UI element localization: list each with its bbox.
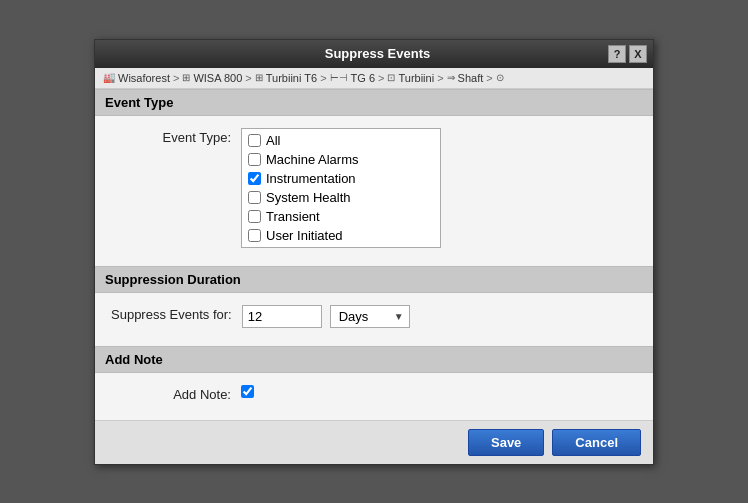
- checkbox-transient[interactable]: [248, 210, 261, 223]
- turbiini-icon: ⊡: [387, 72, 395, 83]
- add-note-row: Add Note:: [111, 385, 637, 402]
- option-system-health: System Health: [248, 189, 434, 206]
- option-transient-label: Transient: [266, 209, 320, 224]
- option-system-health-label: System Health: [266, 190, 351, 205]
- bc-turbiini: Turbiini: [398, 72, 434, 84]
- suppress-label: Suppress Events for:: [111, 305, 242, 322]
- turbiini-t6-icon: ⊞: [255, 72, 263, 83]
- option-transient: Transient: [248, 208, 434, 225]
- option-machine-alarms: Machine Alarms: [248, 151, 434, 168]
- event-type-label: Event Type:: [111, 128, 241, 145]
- checkbox-machine-alarms[interactable]: [248, 153, 261, 166]
- event-type-checkbox-list: All Machine Alarms Instrumentation Syste…: [241, 128, 441, 248]
- suppression-row: Suppress Events for: Days Hours Minutes: [111, 305, 637, 328]
- option-all: All: [248, 132, 434, 149]
- bc-shaft: Shaft: [458, 72, 484, 84]
- close-button[interactable]: X: [629, 45, 647, 63]
- checkbox-system-health[interactable]: [248, 191, 261, 204]
- add-note-header: Add Note: [95, 346, 653, 373]
- bc-wisaforest: Wisaforest: [118, 72, 170, 84]
- checkbox-instrumentation[interactable]: [248, 172, 261, 185]
- bc-tg6: TG 6: [351, 72, 375, 84]
- breadcrumb: 🏭 Wisaforest > ⊞ WISA 800 > ⊞ Turbiini T…: [95, 68, 653, 89]
- suppress-events-dialog: Suppress Events ? X 🏭 Wisaforest > ⊞ WIS…: [94, 39, 654, 465]
- checkbox-user-initiated[interactable]: [248, 229, 261, 242]
- add-note-body: Add Note:: [95, 373, 653, 420]
- save-button[interactable]: Save: [468, 429, 544, 456]
- option-user-initiated-label: User Initiated: [266, 228, 343, 243]
- checkbox-all[interactable]: [248, 134, 261, 147]
- event-type-body: Event Type: All Machine Alarms Instrumen…: [95, 116, 653, 266]
- shaft-icon: ⇒: [447, 72, 455, 83]
- suppress-unit-wrapper: Days Hours Minutes: [330, 305, 410, 328]
- help-button[interactable]: ?: [608, 45, 626, 63]
- dialog-title: Suppress Events: [147, 46, 608, 61]
- bc-wisa800: WISA 800: [193, 72, 242, 84]
- suppress-value-input[interactable]: [242, 305, 322, 328]
- title-bar: Suppress Events ? X: [95, 40, 653, 68]
- suppress-unit-select[interactable]: Days Hours Minutes: [330, 305, 410, 328]
- suppression-body: Suppress Events for: Days Hours Minutes: [95, 293, 653, 346]
- cancel-button[interactable]: Cancel: [552, 429, 641, 456]
- wisaforest-icon: 🏭: [103, 72, 115, 83]
- event-type-row: Event Type: All Machine Alarms Instrumen…: [111, 128, 637, 248]
- option-user-initiated: User Initiated: [248, 227, 434, 244]
- add-note-label: Add Note:: [111, 385, 241, 402]
- title-bar-buttons: ? X: [608, 45, 647, 63]
- option-all-label: All: [266, 133, 280, 148]
- suppress-controls: Days Hours Minutes: [242, 305, 410, 328]
- dialog-footer: Save Cancel: [95, 420, 653, 464]
- event-type-header: Event Type: [95, 89, 653, 116]
- option-machine-alarms-label: Machine Alarms: [266, 152, 358, 167]
- wisa800-icon: ⊞: [182, 72, 190, 83]
- bc-turbiini-t6: Turbiini T6: [266, 72, 317, 84]
- target-icon: ⊙: [496, 72, 504, 83]
- add-note-checkbox[interactable]: [241, 385, 254, 398]
- option-instrumentation-label: Instrumentation: [266, 171, 356, 186]
- add-note-checkbox-wrapper: [241, 385, 254, 401]
- tg6-icon: ⊢⊣: [330, 72, 348, 83]
- option-instrumentation: Instrumentation: [248, 170, 434, 187]
- suppression-header: Suppression Duration: [95, 266, 653, 293]
